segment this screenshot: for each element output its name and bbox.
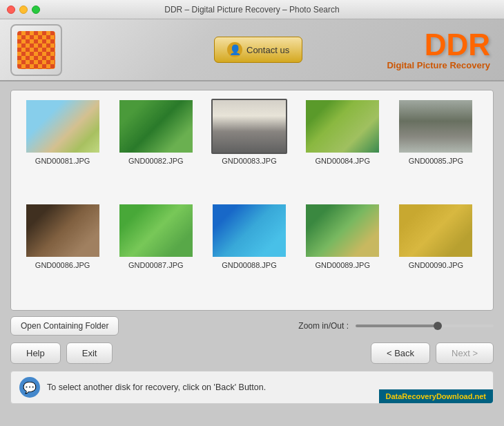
photo-thumbnail bbox=[118, 203, 194, 258]
contact-us-button[interactable]: 👤 Contact us bbox=[214, 37, 302, 63]
brand-sub-text: Digital Picture Recovery bbox=[387, 60, 490, 70]
photo-item[interactable]: GND00083.JPG bbox=[206, 99, 292, 197]
header: 👤 Contact us DDR Digital Picture Recover… bbox=[0, 19, 504, 81]
photo-filename: GND00086.JPG bbox=[35, 261, 90, 269]
status-message: To select another disk for recovery, cli… bbox=[47, 383, 266, 392]
titlebar: DDR – Digital Picture Recovery – Photo S… bbox=[0, 0, 504, 19]
contact-label: Contact us bbox=[246, 45, 289, 55]
photo-filename: GND00081.JPG bbox=[35, 157, 90, 165]
brand-ddr-text: DDR bbox=[387, 30, 490, 60]
photo-grid: GND00081.JPGGND00082.JPGGND00083.JPGGND0… bbox=[19, 99, 485, 302]
logo-box bbox=[10, 24, 62, 76]
watermark: DataRecoveryDownload.net bbox=[379, 389, 493, 403]
close-button[interactable] bbox=[7, 6, 15, 14]
photo-filename: GND00088.JPG bbox=[222, 261, 276, 269]
next-button[interactable]: Next > bbox=[436, 342, 494, 364]
open-folder-button[interactable]: Open Containing Folder bbox=[10, 316, 119, 336]
nav-row: Help Exit < Back Next > bbox=[10, 342, 494, 364]
help-button[interactable]: Help bbox=[10, 342, 61, 364]
photo-filename: GND00087.JPG bbox=[128, 261, 183, 269]
thumbnail-image bbox=[306, 204, 379, 257]
minimize-button[interactable] bbox=[19, 6, 28, 14]
thumbnail-image bbox=[213, 100, 286, 153]
brand-area: DDR Digital Picture Recovery bbox=[387, 30, 490, 70]
main-area: GND00081.JPGGND00082.JPGGND00083.JPGGND0… bbox=[0, 81, 504, 426]
photo-thumbnail bbox=[398, 99, 474, 154]
photo-item[interactable]: GND00082.JPG bbox=[113, 99, 199, 197]
photo-thumbnail bbox=[398, 203, 474, 258]
photo-thumbnail bbox=[25, 203, 101, 258]
thumbnail-image bbox=[306, 100, 379, 153]
thumbnail-image bbox=[213, 204, 286, 257]
photo-filename: GND00082.JPG bbox=[128, 157, 183, 165]
thumbnail-image bbox=[399, 204, 472, 257]
photo-item[interactable]: GND00089.JPG bbox=[300, 203, 386, 302]
photo-thumbnail bbox=[118, 99, 194, 154]
photo-thumbnail bbox=[211, 203, 287, 258]
photo-thumbnail bbox=[25, 99, 101, 154]
photo-item[interactable]: GND00088.JPG bbox=[206, 203, 292, 302]
photo-item[interactable]: GND00086.JPG bbox=[19, 203, 106, 302]
logo-icon bbox=[17, 31, 55, 69]
window-title: DDR – Digital Picture Recovery – Photo S… bbox=[164, 5, 339, 14]
thumbnail-image bbox=[119, 100, 193, 153]
controls-row: Open Containing Folder Zoom in/Out : bbox=[10, 316, 494, 336]
thumbnail-image bbox=[399, 100, 472, 153]
thumbnail-image bbox=[26, 100, 99, 153]
zoom-label: Zoom in/Out : bbox=[298, 321, 349, 331]
thumbnail-image bbox=[119, 204, 193, 257]
thumbnail-image bbox=[26, 204, 99, 257]
exit-button[interactable]: Exit bbox=[66, 342, 113, 364]
status-bar: 💬 To select another disk for recovery, c… bbox=[10, 371, 494, 404]
photo-item[interactable]: GND00087.JPG bbox=[113, 203, 199, 302]
photo-filename: GND00084.JPG bbox=[315, 157, 369, 165]
photo-filename: GND00090.JPG bbox=[409, 261, 463, 269]
photo-item[interactable]: GND00090.JPG bbox=[393, 203, 479, 302]
photo-filename: GND00085.JPG bbox=[409, 157, 463, 165]
zoom-slider[interactable] bbox=[356, 325, 494, 327]
photo-item[interactable]: GND00084.JPG bbox=[300, 99, 386, 197]
photo-thumbnail bbox=[304, 203, 380, 258]
maximize-button[interactable] bbox=[32, 6, 40, 14]
photo-thumbnail bbox=[211, 99, 287, 154]
traffic-lights bbox=[7, 6, 40, 14]
contact-icon: 👤 bbox=[227, 42, 242, 57]
status-icon: 💬 bbox=[19, 377, 40, 398]
photo-panel: GND00081.JPGGND00082.JPGGND00083.JPGGND0… bbox=[10, 90, 494, 311]
photo-filename: GND00089.JPG bbox=[315, 261, 369, 269]
back-button[interactable]: < Back bbox=[371, 342, 430, 364]
photo-thumbnail bbox=[304, 99, 380, 154]
photo-item[interactable]: GND00081.JPG bbox=[19, 99, 106, 197]
photo-filename: GND00083.JPG bbox=[222, 157, 276, 165]
photo-item[interactable]: GND00085.JPG bbox=[393, 99, 479, 197]
watermark-text: DataRecoveryDownload.net bbox=[386, 392, 486, 400]
